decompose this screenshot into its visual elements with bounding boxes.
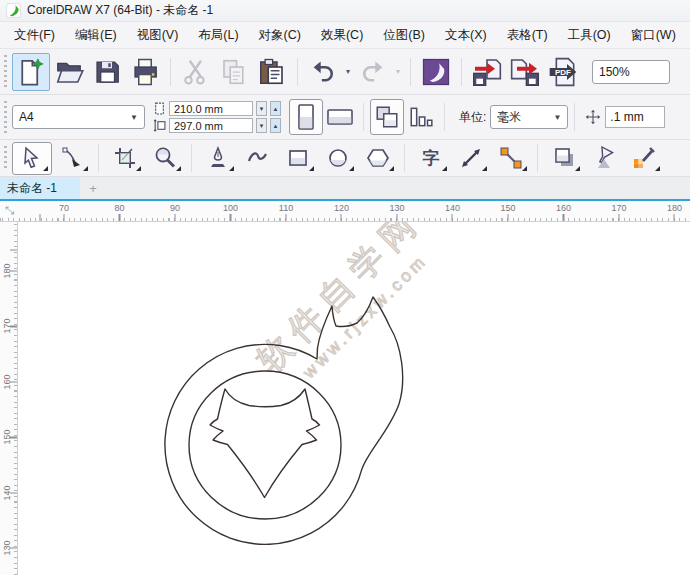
connector-tool[interactable] <box>491 142 531 175</box>
connector-icon <box>499 146 523 170</box>
page-height-icon <box>153 119 166 132</box>
transparency-glass-icon <box>592 146 616 170</box>
menu-view[interactable]: 视图(V) <box>127 23 189 48</box>
h-ruler-tick-label: 170 <box>611 203 626 213</box>
eyedropper-icon <box>632 146 656 170</box>
page-canvas[interactable]: 软件自学网 www.rjzxw.com <box>18 222 690 575</box>
page-height-spin-up[interactable]: ▲ <box>270 118 281 133</box>
menu-edit[interactable]: 编辑(E) <box>65 23 127 48</box>
pdf-icon-label: PDF <box>555 68 571 77</box>
undo-button[interactable] <box>304 53 342 91</box>
document-tab-bar: 未命名 -1 + <box>0 177 690 199</box>
h-ruler-tick-label: 110 <box>279 203 293 213</box>
h-ruler-tick-label: 120 <box>334 203 349 213</box>
copy-button[interactable] <box>215 53 253 91</box>
menu-help[interactable]: 帮助(H) <box>686 23 690 48</box>
menu-window[interactable]: 窗口(W) <box>621 23 686 48</box>
pick-tool[interactable] <box>12 142 52 175</box>
menu-bar: 文件(F) 编辑(E) 视图(V) 布局(L) 对象(C) 效果(C) 位图(B… <box>0 22 690 49</box>
page-width-spin-up[interactable]: ▲ <box>270 101 281 116</box>
plus-icon: + <box>89 181 97 196</box>
polygon-icon <box>366 146 390 170</box>
zoom-level-combo[interactable]: 150% <box>592 60 670 84</box>
open-button[interactable] <box>50 53 88 91</box>
property-bar: A4 ▼ 210.0 mm ▼ ▲ 297.0 mm ▼ ▲ <box>0 95 690 140</box>
ruler-origin-icon[interactable]: ⤡ <box>2 203 17 218</box>
all-pages-icon <box>374 104 400 130</box>
h-ruler-tick-label: 70 <box>59 203 69 213</box>
export-icon <box>509 56 541 88</box>
paste-clipboard-icon <box>257 57 287 87</box>
h-ruler-tick-label: 140 <box>445 203 460 213</box>
copy-icon <box>219 57 249 87</box>
publish-to-pdf-button[interactable]: PDF <box>544 53 582 91</box>
import-icon <box>471 56 503 88</box>
export-button[interactable] <box>506 53 544 91</box>
page-sizes-icon <box>408 104 434 130</box>
portrait-page-icon <box>294 103 318 131</box>
h-ruler-tick-label: 100 <box>223 203 238 213</box>
menu-text[interactable]: 文本(X) <box>435 23 497 48</box>
menu-file[interactable]: 文件(F) <box>4 23 65 48</box>
cut-button[interactable] <box>177 53 215 91</box>
new-tab-button[interactable]: + <box>80 177 106 199</box>
dimension-tool[interactable] <box>451 142 491 175</box>
portrait-orientation-button[interactable] <box>289 99 323 135</box>
text-tool[interactable]: 字 <box>411 142 451 175</box>
redo-dropdown[interactable]: ▾ <box>392 53 404 91</box>
ellipse-icon <box>326 146 350 170</box>
crop-tool[interactable] <box>105 142 145 175</box>
current-page-button[interactable] <box>404 99 438 135</box>
application-launcher-button[interactable] <box>417 53 455 91</box>
freehand-tool[interactable] <box>238 142 278 175</box>
vertical-ruler[interactable]: 180 170 160 150 140 130 <box>0 222 18 575</box>
crop-icon <box>113 146 137 170</box>
zoom-tool[interactable] <box>145 142 185 175</box>
zoom-level-value: 150% <box>599 65 630 79</box>
rectangle-tool[interactable] <box>278 142 318 175</box>
units-combo[interactable]: 毫米 ▼ <box>490 105 568 129</box>
page-height-field[interactable]: 297.0 mm <box>169 118 253 133</box>
horizontal-ruler[interactable]: ⤡ 70 80 90 100 110 120 130 140 150 160 1… <box>0 201 690 222</box>
shape-tool[interactable] <box>52 142 92 175</box>
h-ruler-tick-label: 130 <box>389 203 404 213</box>
pen-tool[interactable] <box>198 142 238 175</box>
new-document-button[interactable] <box>12 53 50 91</box>
polygon-tool[interactable] <box>358 142 398 175</box>
drop-shadow-tool[interactable] <box>544 142 584 175</box>
h-ruler-tick-label: 80 <box>114 203 124 213</box>
print-button[interactable] <box>126 53 164 91</box>
landscape-orientation-button[interactable] <box>323 99 357 135</box>
all-pages-button[interactable] <box>370 99 404 135</box>
dimension-arrow-icon <box>459 146 483 170</box>
v-ruler-tick-label: 170 <box>2 318 14 334</box>
page-width-spin-down[interactable]: ▼ <box>256 101 267 116</box>
save-button[interactable] <box>88 53 126 91</box>
undo-dropdown[interactable]: ▾ <box>342 53 354 91</box>
save-floppy-icon <box>92 57 122 87</box>
page-size-combo[interactable]: A4 ▼ <box>12 105 145 129</box>
paste-button[interactable] <box>253 53 291 91</box>
redo-button[interactable] <box>354 53 392 91</box>
transparency-tool[interactable] <box>584 142 624 175</box>
v-ruler-tick-label: 180 <box>2 263 14 279</box>
fox-logo-artwork[interactable] <box>18 231 690 575</box>
page-size-value: A4 <box>19 110 34 124</box>
menu-bitmaps[interactable]: 位图(B) <box>373 23 435 48</box>
page-height-spin-down[interactable]: ▼ <box>256 118 267 133</box>
import-button[interactable] <box>468 53 506 91</box>
document-tab[interactable]: 未命名 -1 <box>0 177 80 199</box>
nudge-offset-field[interactable]: .1 mm <box>605 106 665 128</box>
cut-scissors-icon <box>181 57 211 87</box>
menu-object[interactable]: 对象(C) <box>249 23 311 48</box>
menu-tools[interactable]: 工具(O) <box>558 23 621 48</box>
menu-table[interactable]: 表格(T) <box>497 23 558 48</box>
menu-effects[interactable]: 效果(C) <box>311 23 373 48</box>
title-bar[interactable]: CorelDRAW X7 (64-Bit) - 未命名 -1 <box>0 0 690 22</box>
menu-layout[interactable]: 布局(L) <box>188 23 248 48</box>
ellipse-tool[interactable] <box>318 142 358 175</box>
page-width-field[interactable]: 210.0 mm <box>169 101 253 116</box>
color-eyedropper-tool[interactable] <box>624 142 664 175</box>
window-title: CorelDRAW X7 (64-Bit) - 未命名 -1 <box>27 2 213 19</box>
units-label: 单位: <box>459 109 486 126</box>
